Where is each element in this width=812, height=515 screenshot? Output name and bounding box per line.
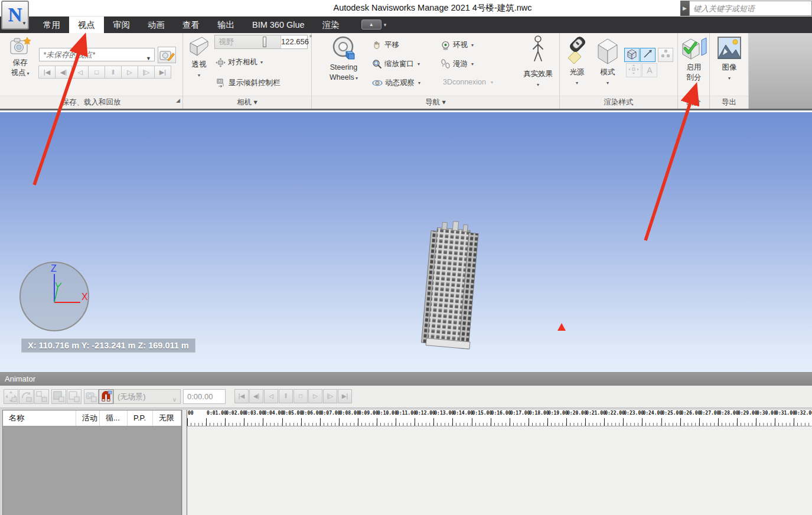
mode-button[interactable]: 模式 ▾ — [594, 35, 621, 88]
ruler-second-16[interactable]: 0:16.00 — [491, 410, 510, 426]
ruler-second-6[interactable]: 0:06.00 — [301, 410, 320, 426]
tab-输出[interactable]: 输出 — [208, 17, 243, 33]
saved-viewpoints-dropdown[interactable]: *未保存的视点* ▼ — [39, 48, 155, 61]
tab-常用[interactable]: 常用 — [34, 17, 69, 33]
perspective-button[interactable]: 透视 ▾ — [187, 36, 211, 80]
viewpoint-playback-pause-button[interactable]: ‖ — [105, 66, 122, 79]
ruler-second-26[interactable]: 0:26.00 — [680, 410, 699, 426]
ruler-second-24[interactable]: 0:24.00 — [642, 410, 661, 426]
toggle-snapping-button[interactable] — [99, 389, 113, 404]
3d-viewport[interactable]: Z X X: 110.716 m Y: -213.241 m Z: 169.01… — [0, 112, 812, 372]
ruler-second-19[interactable]: 0:19.00 — [547, 410, 566, 426]
ruler-second-25[interactable]: 0:25.00 — [661, 410, 680, 426]
animator-stop-button[interactable]: □ — [294, 389, 308, 403]
ruler-second-13[interactable]: 0:13.00 — [433, 410, 452, 426]
viewpoint-playback-stop-button[interactable]: □ — [88, 66, 105, 79]
ruler-second-17[interactable]: 0:17.00 — [510, 410, 529, 426]
ruler-second-2[interactable]: 0:02.00 — [225, 410, 244, 426]
animator-play-button[interactable]: ▷ — [308, 389, 322, 403]
ruler-second-7[interactable]: 0:07.00 — [320, 410, 339, 426]
tab-查看[interactable]: 查看 — [174, 17, 208, 33]
viewpoint-playback-skip-to-end-button[interactable]: ▶| — [154, 66, 171, 79]
steering-wheels-button[interactable]: Steering Wheels ▾ — [322, 35, 365, 83]
timeline-area[interactable]: 000:01.000:02.000:03.000:04.000:05.000:0… — [187, 410, 812, 515]
field-of-view-control[interactable]: 视野 122.656 — [214, 35, 308, 49]
column-header-1[interactable]: 活动 — [76, 410, 100, 426]
application-menu-button[interactable]: N ▼ — [1, 1, 29, 30]
viewpoint-playback-play-button[interactable]: ▷ — [121, 66, 138, 79]
align-camera-button[interactable]: 对齐相机 ▾ — [216, 57, 263, 67]
timeline-ruler[interactable]: 000:01.000:02.000:03.000:04.000:05.000:0… — [187, 410, 812, 426]
navigation-orb[interactable]: Z X — [19, 261, 91, 333]
group-label-export[interactable]: 导出 — [710, 96, 748, 109]
animator-fast-forward-end-button[interactable]: ▶| — [338, 389, 352, 403]
viewpoint-playback-step-forward-button[interactable]: |▷ — [138, 66, 155, 79]
animator-step-forward-button[interactable]: |▷ — [323, 389, 337, 403]
show-tilt-bar-button[interactable]: 显示倾斜控制栏 — [216, 78, 281, 88]
chevron-down-icon[interactable]: ▾ — [384, 17, 387, 33]
enable-sectioning-button[interactable]: 启用 剖分 — [680, 35, 708, 83]
fov-slider[interactable]: 视野 — [215, 35, 281, 48]
ruler-second-9[interactable]: 0:09.00 — [358, 410, 377, 426]
ruler-second-15[interactable]: 0:15.00 — [472, 410, 491, 426]
ruler-second-32[interactable]: 0:32.00 — [794, 410, 812, 426]
group-label-navigate[interactable]: 导航 ▾ — [312, 96, 559, 109]
column-header-3[interactable]: P.P. — [128, 410, 153, 426]
panel-splitter[interactable] — [182, 410, 187, 515]
pan-button[interactable]: 平移 — [372, 40, 399, 50]
zoom-window-button[interactable]: 缩放窗口 ▾ — [372, 59, 420, 69]
ruler-second-31[interactable]: 0:31.00 — [775, 410, 794, 426]
ruler-second-22[interactable]: 0:22.00 — [604, 410, 623, 426]
show-surfaces-toggle[interactable] — [624, 48, 640, 62]
animator-pause-button[interactable]: ‖ — [279, 389, 293, 403]
group-label-render-style[interactable]: 渲染样式 — [560, 96, 677, 109]
realism-button[interactable]: 真实效果 ▾ — [520, 35, 556, 90]
orbit-button[interactable]: 动态观察 ▾ — [372, 78, 420, 88]
tab-视点[interactable]: 视点 — [69, 17, 104, 33]
tab-审阅[interactable]: 审阅 — [104, 17, 139, 33]
group-label-camera[interactable]: 相机 ▾ — [183, 96, 311, 109]
save-viewpoint-button[interactable]: 保存 视点 ▾ — [5, 35, 35, 79]
building-model[interactable] — [413, 219, 490, 354]
ruler-second-27[interactable]: 0:27.00 — [699, 410, 718, 426]
collapse-ribbon-button[interactable]: ▲ — [361, 19, 381, 30]
animator-title-bar[interactable]: Animator — [0, 373, 812, 386]
ruler-second-14[interactable]: 0:14.00 — [452, 410, 471, 426]
ruler-second-4[interactable]: 0:04.00 — [263, 410, 282, 426]
fov-slider-handle[interactable] — [263, 37, 266, 47]
animator-step-back-button[interactable]: ◀| — [249, 389, 263, 403]
ruler-second-20[interactable]: 0:20.00 — [566, 410, 585, 426]
ruler-second-5[interactable]: 0:05.00 — [282, 410, 301, 426]
walk-button[interactable]: 漫游 ▾ — [441, 59, 474, 69]
animation-sets-table[interactable]: 名称活动循...P.P.无限 — [2, 410, 182, 515]
time-position-field[interactable]: 0:00.00 — [183, 389, 226, 404]
column-header-2[interactable]: 循... — [100, 410, 128, 426]
group-label-save-load-playback[interactable]: 保存、载入和回放 ◢ — [0, 96, 182, 109]
ruler-second-18[interactable]: 0:18.00 — [529, 410, 547, 426]
animator-play-reverse-button[interactable]: ◁ — [264, 389, 278, 403]
viewpoint-playback-step-back-button[interactable]: ◀| — [55, 66, 72, 79]
ruler-second-23[interactable]: 0:23.00 — [623, 410, 642, 426]
look-around-button[interactable]: 环视 ▾ — [441, 40, 474, 50]
ruler-second-3[interactable]: 0:03.00 — [244, 410, 263, 426]
search-input[interactable] — [689, 1, 812, 16]
viewpoint-playback-rewind-button[interactable]: |◀ — [38, 66, 56, 79]
ruler-second-0[interactable]: 00 — [187, 410, 206, 426]
group-label-sectioning[interactable]: 剖分 — [678, 96, 709, 109]
ruler-second-1[interactable]: 0:01.00 — [206, 410, 225, 426]
animator-rewind-button[interactable]: |◀ — [234, 389, 249, 403]
column-header-4[interactable]: 无限 — [153, 410, 181, 426]
ruler-second-30[interactable]: 0:30.00 — [756, 410, 775, 426]
tab-动画[interactable]: 动画 — [139, 17, 174, 33]
fov-value[interactable]: 122.656 — [281, 35, 307, 48]
ruler-second-29[interactable]: 0:29.00 — [737, 410, 756, 426]
tab-渲染[interactable]: 渲染 — [314, 17, 348, 33]
search-expand-button[interactable]: ▶ — [680, 1, 689, 16]
tab-bim-360-glue[interactable]: BIM 360 Glue — [243, 17, 314, 33]
lighting-button[interactable]: 光源 ▾ — [563, 35, 591, 88]
ruler-second-28[interactable]: 0:28.00 — [718, 410, 737, 426]
viewpoint-playback-play-reverse-button[interactable]: ◁ — [71, 66, 89, 79]
dialog-launcher-icon[interactable]: ◢ — [176, 94, 180, 107]
show-points-toggle[interactable] — [658, 48, 673, 62]
ruler-second-11[interactable]: 0:11.00 — [396, 410, 415, 426]
